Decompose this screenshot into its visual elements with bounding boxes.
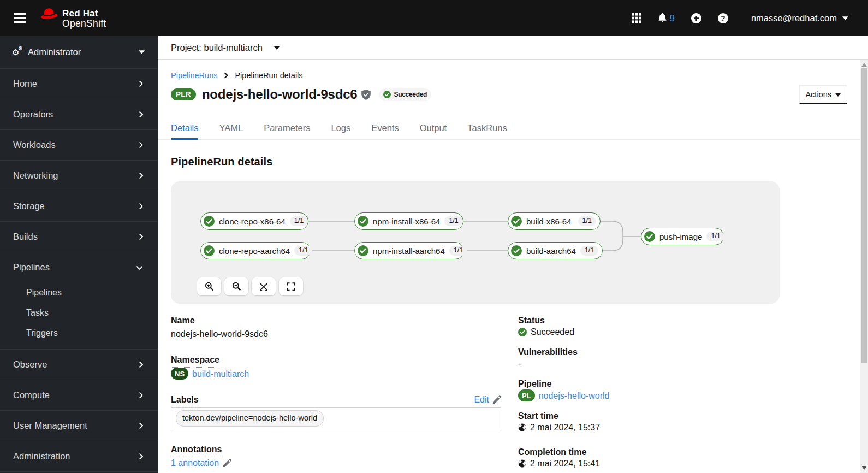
task-node-clone-repo-aarch64[interactable]: clone-repo-aarch641/1 — [200, 242, 311, 259]
notifications-button[interactable]: 9 — [658, 13, 675, 23]
user-menu-button[interactable]: nmasse@redhat.com — [751, 13, 848, 23]
tab-yaml[interactable]: YAML — [219, 123, 243, 140]
nav-toggle-button[interactable] — [9, 7, 31, 29]
tab-output[interactable]: Output — [420, 123, 447, 140]
details-term-label: Start time — [518, 410, 558, 422]
app-launcher-button[interactable] — [632, 13, 641, 23]
page-scroll-region: PipelineRuns PipelineRun details PLR nod… — [158, 71, 860, 473]
details-term-pipeline: Pipeline — [518, 378, 848, 389]
resource-badge-pl: PL — [518, 389, 535, 401]
details-term-labels: LabelsEdit — [171, 394, 501, 407]
scrollbar-up-arrow[interactable] — [861, 63, 867, 67]
breadcrumb-link-pipelineruns[interactable]: PipelineRuns — [171, 71, 217, 80]
caret-down-icon — [835, 93, 841, 97]
sidebar-item-home[interactable]: Home — [0, 69, 158, 99]
question-circle-icon: ? — [718, 13, 728, 23]
scrollbar-down-arrow[interactable] — [861, 466, 867, 470]
edit-labels-link[interactable]: Edit — [474, 394, 501, 405]
help-button[interactable]: ? — [718, 13, 728, 23]
scrollbar-thumb[interactable] — [861, 68, 867, 363]
sidebar-subitem-tasks[interactable]: Tasks — [0, 303, 158, 323]
chevron-down-icon — [135, 265, 144, 270]
task-node-clone-repo-x86-64[interactable]: clone-repo-x86-641/1 — [200, 212, 308, 230]
details-item: StatusSucceeded — [518, 315, 848, 338]
notification-count: 9 — [670, 13, 675, 23]
caret-down-icon — [139, 50, 145, 54]
resource-link-build-multiarch[interactable]: build-multiarch — [192, 368, 249, 380]
sidebar-subitem-pipelines[interactable]: Pipelines — [0, 282, 158, 303]
details-right-column: StatusSucceededVulnerabilities-PipelineP… — [518, 315, 848, 473]
cogs-icon: ⚙⚙ — [12, 48, 23, 57]
resource-kind-badge: PLR — [171, 88, 196, 100]
pencil-icon — [223, 459, 231, 467]
redhat-fedora-icon — [39, 6, 58, 20]
tab-parameters[interactable]: Parameters — [264, 123, 310, 140]
fit-to-screen-button[interactable] — [252, 277, 276, 295]
actions-button[interactable]: Actions — [799, 85, 847, 104]
hamburger-icon — [14, 13, 26, 15]
resource-link-nodejs-hello-world[interactable]: nodejs-hello-world — [539, 390, 610, 401]
tab-events[interactable]: Events — [371, 123, 399, 140]
details-value-annotations: 1 annotation — [171, 457, 501, 469]
nav-section: Administration — [0, 441, 158, 472]
task-node-npm-install-x86-64[interactable]: npm-install-x86-641/1 — [354, 212, 463, 230]
sidebar-item-storage[interactable]: Storage — [0, 191, 158, 221]
task-node-label: clone-repo-x86-64 — [219, 217, 286, 226]
task-node-build-x86-64[interactable]: build-x86-641/1 — [508, 212, 601, 230]
sidebar-subitem-triggers[interactable]: Triggers — [0, 323, 158, 343]
zoom-in-button[interactable] — [197, 277, 221, 295]
sidebar-item-builds[interactable]: Builds — [0, 222, 158, 252]
project-selector[interactable]: Project: build-multiarch — [171, 43, 280, 53]
brand-logo[interactable]: Red Hat OpenShift — [39, 8, 106, 28]
details-term-status: Status — [518, 315, 848, 326]
breadcrumb: PipelineRuns PipelineRun details — [171, 71, 847, 80]
task-node-label: push-image — [659, 232, 702, 241]
edit-link-label: Edit — [474, 394, 489, 405]
annotations-link[interactable]: 1 annotation — [171, 457, 231, 469]
sidebar-item-label: User Management — [13, 421, 87, 431]
caret-down-icon — [842, 16, 848, 20]
sidebar-item-pipelines[interactable]: Pipelines — [0, 252, 158, 282]
tab-details[interactable]: Details — [171, 123, 198, 140]
import-button[interactable] — [691, 13, 701, 23]
task-node-npm-install-aarch64[interactable]: npm-install-aarch641/1 — [354, 242, 464, 259]
fullscreen-icon — [287, 282, 295, 291]
nav-section: Networking — [0, 161, 158, 191]
nav-sublist: PipelinesTasksTriggers — [0, 282, 158, 349]
perspective-label: Administrator — [28, 47, 81, 57]
plus-circle-icon — [691, 13, 701, 23]
details-grid: Namenodejs-hello-world-9sdc6NamespaceNSb… — [171, 315, 847, 473]
sidebar-item-administration[interactable]: Administration — [0, 441, 158, 471]
task-node-build-aarch64[interactable]: build-aarch641/1 — [508, 242, 603, 259]
fullscreen-button[interactable] — [279, 277, 303, 295]
task-node-label: npm-install-x86-64 — [373, 217, 440, 226]
nav-section: User Management — [0, 411, 158, 441]
sidebar-item-operators[interactable]: Operators — [0, 99, 158, 129]
vertical-scrollbar[interactable] — [860, 60, 868, 473]
details-term-label: Annotations — [171, 444, 222, 457]
brand-line2: OpenShift — [62, 19, 106, 28]
sidebar-item-user-management[interactable]: User Management — [0, 411, 158, 441]
status-text: Succeeded — [531, 326, 574, 338]
task-status-check-icon — [358, 245, 368, 256]
details-value-pipeline: PLnodejs-hello-world — [518, 389, 848, 401]
perspective-switcher[interactable]: ⚙⚙ Administrator — [0, 36, 158, 69]
tab-taskruns[interactable]: TaskRuns — [467, 123, 507, 140]
sidebar-item-workloads[interactable]: Workloads — [0, 130, 158, 160]
tab-logs[interactable]: Logs — [331, 123, 350, 140]
sidebar-item-compute[interactable]: Compute — [0, 380, 158, 410]
details-value-name: nodejs-hello-world-9sdc6 — [171, 328, 501, 340]
globe-icon — [518, 423, 526, 431]
username: nmasse@redhat.com — [751, 13, 837, 23]
horizontal-tabs: DetailsYAMLParametersLogsEventsOutputTas… — [158, 123, 860, 140]
task-node-push-image[interactable]: push-image1/1 — [641, 228, 724, 245]
task-status-check-icon — [644, 231, 655, 242]
zoom-out-button[interactable] — [224, 277, 248, 295]
details-value-namespace: NSbuild-multiarch — [171, 368, 501, 380]
masthead-toolbar: 9 ? nmasse@redhat.com — [632, 13, 848, 23]
chevron-right-icon — [138, 452, 144, 460]
details-value-status: Succeeded — [518, 326, 848, 338]
sidebar-item-networking[interactable]: Networking — [0, 161, 158, 191]
sidebar-item-label: Storage — [13, 201, 45, 211]
sidebar-item-observe[interactable]: Observe — [0, 350, 158, 380]
